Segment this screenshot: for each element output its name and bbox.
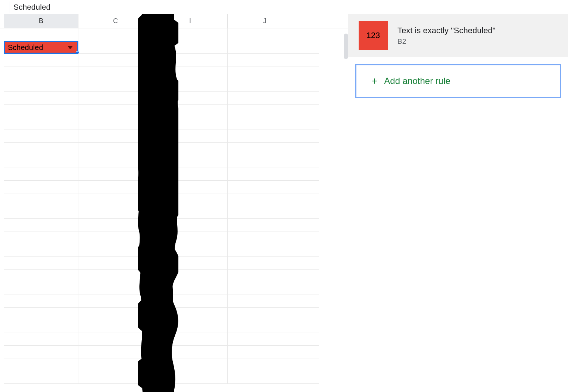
- cell[interactable]: [78, 257, 153, 270]
- column-header-partial[interactable]: [302, 14, 319, 28]
- cell[interactable]: [228, 105, 302, 117]
- spreadsheet-area[interactable]: B C I J Scheduled: [0, 14, 348, 392]
- cell[interactable]: [78, 320, 153, 333]
- column-header-c[interactable]: C: [78, 14, 153, 28]
- cell[interactable]: [78, 206, 153, 219]
- cell[interactable]: [78, 231, 153, 244]
- cell[interactable]: [4, 282, 78, 295]
- cell[interactable]: [153, 358, 228, 371]
- cell[interactable]: [78, 358, 153, 371]
- cell[interactable]: [302, 105, 319, 117]
- cell[interactable]: [228, 130, 302, 143]
- cell[interactable]: [153, 41, 228, 54]
- cell[interactable]: [153, 219, 228, 231]
- cell[interactable]: [4, 28, 78, 41]
- cell[interactable]: [78, 282, 153, 295]
- cell[interactable]: [4, 168, 78, 181]
- cell[interactable]: [228, 143, 302, 155]
- cell[interactable]: [78, 54, 153, 66]
- cell[interactable]: [153, 79, 228, 92]
- cell[interactable]: [78, 117, 153, 130]
- cell[interactable]: [302, 219, 319, 231]
- cell[interactable]: [228, 54, 302, 66]
- cell[interactable]: [302, 358, 319, 371]
- cell[interactable]: [153, 105, 228, 117]
- cell[interactable]: [153, 193, 228, 206]
- cell[interactable]: [153, 257, 228, 270]
- cell[interactable]: [153, 143, 228, 155]
- cell[interactable]: [302, 79, 319, 92]
- cell[interactable]: [4, 295, 78, 308]
- cell[interactable]: [228, 371, 302, 384]
- cell[interactable]: [302, 28, 319, 41]
- cell[interactable]: [228, 181, 302, 193]
- cell[interactable]: [302, 117, 319, 130]
- cell[interactable]: [153, 270, 228, 282]
- cell[interactable]: [153, 244, 228, 257]
- cell[interactable]: [302, 231, 319, 244]
- dropdown-icon[interactable]: [68, 46, 73, 49]
- cell[interactable]: [302, 168, 319, 181]
- cell[interactable]: [153, 320, 228, 333]
- cell[interactable]: [4, 231, 78, 244]
- conditional-format-rule[interactable]: 123 Text is exactly "Scheduled" B2: [348, 14, 568, 57]
- cell[interactable]: [153, 117, 228, 130]
- add-another-rule-button[interactable]: + Add another rule: [355, 64, 561, 98]
- cell[interactable]: [302, 54, 319, 66]
- cell[interactable]: [78, 168, 153, 181]
- cell[interactable]: [78, 219, 153, 231]
- cell[interactable]: [228, 168, 302, 181]
- cell[interactable]: [228, 333, 302, 346]
- cell[interactable]: [4, 244, 78, 257]
- cell[interactable]: [78, 181, 153, 193]
- cell[interactable]: [302, 295, 319, 308]
- cell[interactable]: [4, 333, 78, 346]
- cell[interactable]: [302, 371, 319, 384]
- cell[interactable]: [4, 92, 78, 105]
- cell[interactable]: [4, 320, 78, 333]
- column-header-i[interactable]: I: [153, 14, 228, 28]
- cell[interactable]: [228, 358, 302, 371]
- cell[interactable]: [302, 143, 319, 155]
- cell[interactable]: [302, 244, 319, 257]
- cell[interactable]: [78, 66, 153, 79]
- cell[interactable]: [4, 346, 78, 358]
- cell[interactable]: [228, 92, 302, 105]
- cell[interactable]: [4, 143, 78, 155]
- cell[interactable]: [228, 231, 302, 244]
- cell[interactable]: [153, 231, 228, 244]
- cell[interactable]: [78, 155, 153, 168]
- cell[interactable]: [78, 143, 153, 155]
- cell[interactable]: [4, 117, 78, 130]
- cell[interactable]: [228, 320, 302, 333]
- cell[interactable]: [153, 54, 228, 66]
- cell[interactable]: [4, 105, 78, 117]
- cell[interactable]: [78, 244, 153, 257]
- cell[interactable]: [78, 371, 153, 384]
- cell[interactable]: [228, 308, 302, 320]
- cell[interactable]: [302, 257, 319, 270]
- cell[interactable]: [153, 282, 228, 295]
- cell[interactable]: [302, 66, 319, 79]
- formula-bar[interactable]: Scheduled: [0, 0, 568, 14]
- cell[interactable]: [153, 308, 228, 320]
- cell[interactable]: [228, 66, 302, 79]
- cell[interactable]: [153, 371, 228, 384]
- cell[interactable]: [78, 346, 153, 358]
- cell[interactable]: [78, 308, 153, 320]
- cell[interactable]: [78, 333, 153, 346]
- cell[interactable]: [302, 130, 319, 143]
- cell[interactable]: [78, 130, 153, 143]
- cell[interactable]: [228, 193, 302, 206]
- cell[interactable]: [228, 282, 302, 295]
- cell[interactable]: [4, 257, 78, 270]
- column-header-j[interactable]: J: [228, 14, 302, 28]
- cell[interactable]: [4, 219, 78, 231]
- cell[interactable]: [78, 92, 153, 105]
- cell[interactable]: [78, 79, 153, 92]
- cell[interactable]: [78, 193, 153, 206]
- cell[interactable]: [228, 117, 302, 130]
- cell[interactable]: [302, 193, 319, 206]
- cell[interactable]: [228, 155, 302, 168]
- cell[interactable]: [228, 219, 302, 231]
